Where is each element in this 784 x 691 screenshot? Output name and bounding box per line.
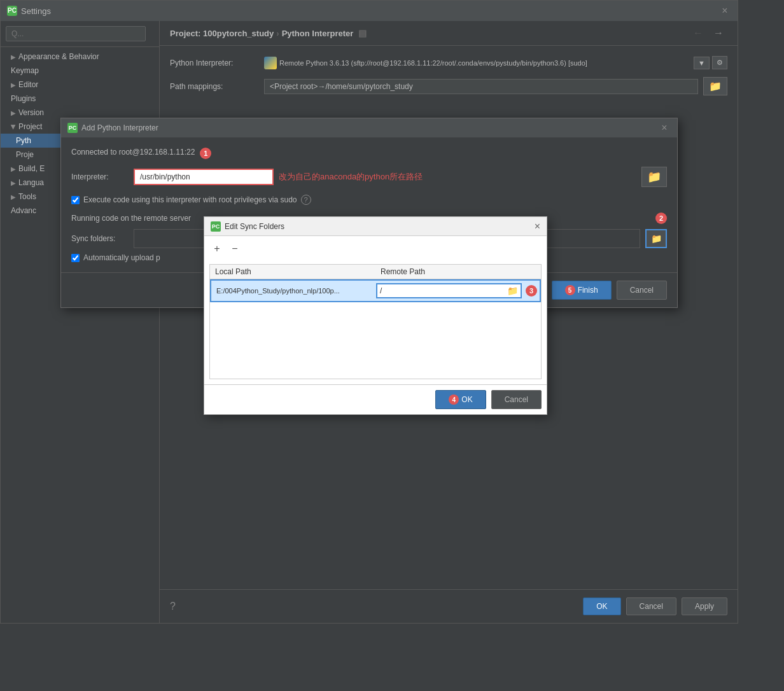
interpreter-path-input[interactable] — [134, 169, 274, 185]
sync-toolbar: + − — [209, 241, 542, 259]
sudo-checkbox-row: Execute code using this interpreter with… — [71, 195, 667, 205]
sync-cancel-button[interactable]: Cancel — [491, 390, 542, 409]
sidebar-search-input[interactable] — [6, 26, 146, 41]
hint-text: 改为自己的anaconda的python所在路径 — [279, 171, 636, 183]
sync-remove-button[interactable]: − — [227, 241, 242, 256]
path-mappings-browse-button[interactable]: 📁 — [703, 77, 727, 95]
content-header: Project: 100pytorch_study › Python Inter… — [160, 21, 738, 46]
sync-table-row[interactable]: E:/004Python_Study/python_nlp/100p... 📁 … — [210, 279, 541, 302]
sync-remote-input[interactable] — [377, 285, 505, 297]
auto-upload-checkbox[interactable] — [71, 254, 80, 262]
cancel-button[interactable]: Cancel — [626, 597, 676, 615]
interpreter-dropdown-button[interactable]: ▼ — [694, 57, 710, 69]
badge-3: 3 — [526, 285, 537, 297]
sync-col-local-header: Local Path — [215, 267, 381, 276]
apply-button[interactable]: Apply — [682, 597, 727, 615]
sidebar-search-area — [1, 21, 159, 47]
badge-2: 2 — [655, 213, 667, 224]
sync-col-remote-header: Remote Path — [381, 267, 536, 276]
finish-button[interactable]: 5 Finish — [552, 281, 612, 300]
sidebar-item-keymap[interactable]: Keymap — [1, 64, 159, 78]
sync-local-cell: E:/004Python_Study/python_nlp/100p... — [214, 286, 376, 296]
sidebar-item-editor[interactable]: ▶ Editor — [1, 78, 159, 92]
running-code-label: Running code on the remote server — [71, 214, 191, 223]
path-mappings-input[interactable] — [264, 79, 698, 94]
nav-back-button[interactable]: ← — [689, 26, 707, 40]
interpreter-value-container: Remote Python 3.6.13 (sftp://root@192.16… — [264, 56, 727, 69]
app-icon: PC — [7, 6, 17, 16]
ok-button[interactable]: OK — [583, 597, 620, 615]
sync-ok-button[interactable]: 4 OK — [435, 390, 486, 409]
nav-arrows: ← → — [689, 26, 727, 40]
sync-close-button[interactable]: × — [535, 221, 540, 232]
sidebar-item-plugins[interactable]: Plugins — [1, 92, 159, 106]
connected-text: Connected to root@192.168.1.11:22 — [71, 148, 195, 157]
connected-row: Connected to root@192.168.1.11:22 1 — [71, 148, 667, 159]
finish-label: Finish — [578, 286, 598, 295]
sudo-label: Execute code using this interpreter with… — [83, 195, 297, 204]
interpreter-input-row: Interpreter: 改为自己的anaconda的python所在路径 📁 — [71, 167, 667, 187]
breadcrumb-part1: Project: 100pytorch_study — [170, 29, 274, 38]
sync-remote-browse-button[interactable]: 📁 — [505, 284, 521, 297]
sync-folders-browse-button[interactable]: 📁 — [645, 229, 667, 248]
add-interpreter-cancel-button[interactable]: Cancel — [617, 281, 667, 300]
pc-icon: PC — [67, 123, 78, 133]
sync-dialog-buttons: 4 OK Cancel — [204, 384, 547, 414]
main-bottom-buttons: ? OK Cancel Apply — [160, 589, 738, 623]
settings-close-button[interactable]: × — [718, 4, 731, 17]
sync-pc-icon: PC — [211, 221, 221, 232]
sync-folders-label: Sync folders: — [71, 234, 129, 243]
path-mappings-field-row: Path mappings: 📁 — [170, 77, 727, 95]
settings-titlebar: PC Settings × — [1, 1, 738, 21]
interp-label: Interpreter: — [71, 172, 129, 181]
breadcrumb: Project: 100pytorch_study › Python Inter… — [170, 28, 367, 38]
help-button[interactable]: ? — [170, 601, 176, 612]
expand-icon: ▶ — [11, 193, 16, 200]
sync-remote-cell: 📁 — [376, 283, 522, 298]
nav-forward-button[interactable]: → — [710, 26, 727, 40]
sync-table: Local Path Remote Path E:/004Python_Stud… — [209, 264, 542, 379]
badge-4: 4 — [449, 394, 459, 405]
python-icon — [264, 57, 277, 69]
settings-window: PC Settings × ▶ Appearance & Behavior Ke… — [0, 0, 784, 691]
add-interpreter-title: Add Python Interpreter — [81, 123, 158, 132]
sync-dialog-titlebar: PC Edit Sync Folders × — [204, 217, 547, 236]
sidebar-item-appearance[interactable]: ▶ Appearance & Behavior — [1, 50, 159, 64]
sidebar: ▶ Appearance & Behavior Keymap ▶ Editor … — [1, 21, 160, 623]
sync-add-button[interactable]: + — [209, 241, 225, 256]
edit-sync-dialog: PC Edit Sync Folders × + − Local Path Re… — [204, 216, 547, 415]
expand-icon: ▶ — [11, 179, 16, 186]
interpreter-text: Remote Python 3.6.13 (sftp://root@192.16… — [279, 59, 691, 67]
add-interpreter-titlebar: PC Add Python Interpreter × — [61, 118, 677, 137]
sync-ok-label: OK — [461, 395, 472, 404]
badge-1: 1 — [200, 148, 211, 159]
add-interpreter-close-button[interactable]: × — [658, 122, 671, 134]
sync-dialog-body: + − Local Path Remote Path E:/004Python_… — [204, 236, 547, 384]
interpreter-gear-button[interactable]: ⚙ — [712, 56, 727, 69]
badge-5: 5 — [565, 285, 575, 295]
sync-table-header: Local Path Remote Path — [210, 265, 541, 279]
breadcrumb-part2: Python Interpreter — [282, 29, 354, 38]
interpreter-field-row: Python Interpreter: Remote Python 3.6.13… — [170, 56, 727, 69]
breadcrumb-separator: › — [276, 29, 279, 38]
sync-table-empty — [210, 302, 541, 379]
expand-icon: ▶ — [11, 53, 16, 60]
path-mappings-label: Path mappings: — [170, 82, 259, 91]
settings-title: Settings — [21, 6, 51, 16]
expand-icon: ▶ — [11, 109, 16, 116]
expand-icon: ▶ — [10, 124, 17, 129]
auto-upload-label: Automatically upload p — [83, 253, 160, 262]
expand-icon: ▶ — [11, 81, 16, 88]
help-icon[interactable]: ? — [301, 195, 311, 205]
breadcrumb-icon: ▤ — [358, 28, 367, 38]
expand-icon: ▶ — [11, 165, 16, 172]
interpreter-label: Python Interpreter: — [170, 59, 259, 67]
sync-dialog-title: Edit Sync Folders — [225, 222, 284, 231]
sudo-checkbox[interactable] — [71, 196, 80, 204]
interpreter-browse-button[interactable]: 📁 — [641, 167, 667, 187]
